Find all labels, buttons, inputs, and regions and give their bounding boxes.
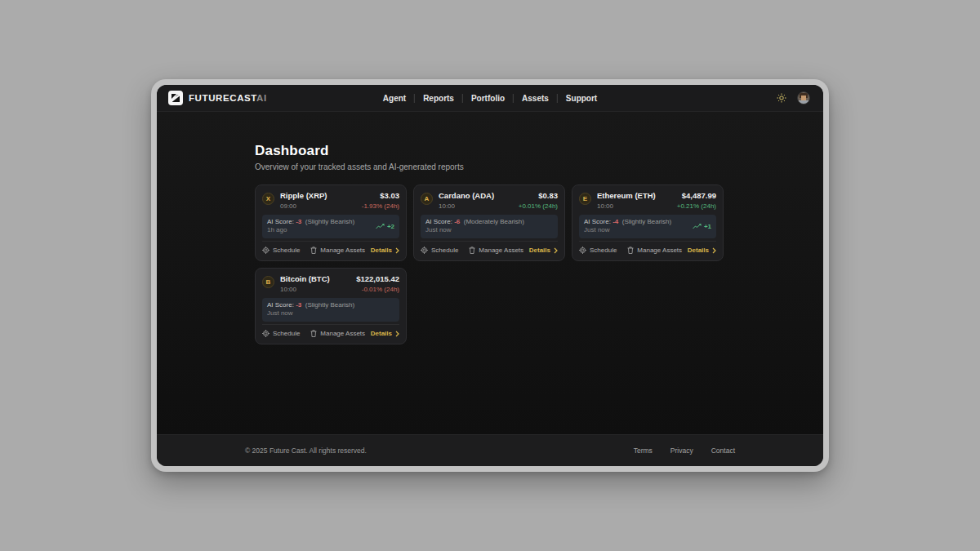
user-avatar[interactable] [797, 91, 810, 104]
ai-score-label: AI Score: [425, 218, 452, 225]
coin-time: 09:00 [280, 202, 327, 210]
asset-card-ethereum: E Ethereum (ETH) 10:00 $4,487.99 +0.21% … [572, 184, 724, 261]
app-frame: FUTURECASTAI Agent Reports Portfolio Ass… [157, 85, 823, 466]
gear-icon [579, 247, 586, 254]
asset-cards-grid: X Ripple (XRP) 09:00 $3.03 -1.93% (24h) … [255, 184, 823, 344]
gear-icon [421, 247, 428, 254]
card-header: X Ripple (XRP) 09:00 $3.03 -1.93% (24h) [262, 192, 399, 210]
copyright-text: © 2025 Future Cast. All rights reserved. [245, 447, 367, 455]
ai-sentiment: (Slightly Bearish) [622, 218, 671, 225]
brand-logo[interactable]: FUTURECASTAI [168, 91, 267, 105]
ai-score-banner: AI Score: -3 (Slightly Bearish) 1h ago +… [262, 215, 399, 238]
coin-badge: X [262, 193, 274, 205]
footer-link-privacy[interactable]: Privacy [670, 447, 693, 455]
futurecast-logo-icon [168, 91, 183, 105]
nav-right-controls [776, 91, 810, 104]
coin-time: 10:00 [439, 202, 494, 210]
coin-time: 10:00 [280, 286, 330, 293]
footer-links: Terms Privacy Contact [634, 447, 735, 455]
ai-score-label: AI Score: [267, 301, 294, 309]
coin-change: -0.01% (24h) [356, 286, 399, 293]
chevron-right-icon [395, 247, 399, 254]
schedule-button[interactable]: Schedule [262, 330, 300, 337]
ai-score-label: AI Score: [584, 218, 611, 225]
details-button[interactable]: Details [371, 247, 399, 254]
ai-score-value: -3 [296, 301, 301, 309]
ai-score-banner: AI Score: -4 (Slightly Bearish) Just now… [579, 215, 716, 238]
nav-item-support[interactable]: Support [558, 94, 605, 103]
card-header: E Ethereum (ETH) 10:00 $4,487.99 +0.21% … [579, 192, 716, 210]
page-subtitle: Overview of your tracked assets and AI-g… [255, 162, 823, 171]
nav-item-reports[interactable]: Reports [415, 94, 462, 103]
details-button[interactable]: Details [529, 247, 558, 254]
coin-change: +0.01% (24h) [519, 202, 558, 210]
ai-sentiment: (Slightly Bearish) [305, 218, 354, 225]
trash-icon [310, 247, 317, 254]
top-nav: FUTURECASTAI Agent Reports Portfolio Ass… [157, 85, 823, 112]
manage-assets-button[interactable]: Manage Assets [469, 247, 523, 254]
trend-badge: +1 [693, 223, 711, 230]
schedule-button[interactable]: Schedule [421, 247, 458, 254]
trash-icon [627, 247, 634, 254]
manage-assets-button[interactable]: Manage Assets [627, 247, 682, 254]
ai-score-value: -4 [612, 218, 618, 225]
manage-assets-button[interactable]: Manage Assets [310, 330, 365, 337]
brand-name: FUTURECASTAI [189, 93, 267, 103]
coin-price: $0.83 [519, 192, 558, 201]
main-nav: Agent Reports Portfolio Assets Support [375, 85, 605, 111]
details-button[interactable]: Details [688, 247, 716, 254]
card-actions: Schedule Manage Assets Details [262, 241, 399, 254]
ai-updated-ago: Just now [584, 226, 671, 234]
footer-link-contact[interactable]: Contact [711, 447, 735, 455]
nav-item-agent[interactable]: Agent [375, 94, 414, 103]
coin-change: +0.21% (24h) [677, 202, 716, 210]
manage-assets-button[interactable]: Manage Assets [310, 247, 365, 254]
coin-change: -1.93% (24h) [362, 202, 399, 210]
coin-name: Cardano (ADA) [439, 192, 494, 201]
coin-price: $3.03 [362, 192, 399, 201]
ai-score-banner: AI Score: -3 (Slightly Bearish) Just now [262, 298, 399, 322]
ai-updated-ago: Just now [267, 309, 354, 318]
ai-updated-ago: Just now [425, 226, 524, 234]
schedule-button[interactable]: Schedule [579, 247, 617, 254]
schedule-button[interactable]: Schedule [262, 247, 300, 254]
details-button[interactable]: Details [371, 330, 399, 337]
ai-sentiment: (Slightly Bearish) [305, 301, 354, 309]
trending-up-icon [376, 224, 385, 229]
ai-score-label: AI Score: [267, 218, 294, 225]
trash-icon [469, 247, 475, 254]
ai-sentiment: (Moderately Bearish) [464, 218, 524, 225]
asset-card-ripple: X Ripple (XRP) 09:00 $3.03 -1.93% (24h) … [255, 184, 407, 261]
asset-card-cardano: A Cardano (ADA) 10:00 $0.83 +0.01% (24h)… [413, 184, 565, 261]
nav-item-portfolio[interactable]: Portfolio [463, 94, 513, 103]
nav-item-assets[interactable]: Assets [514, 94, 557, 103]
coin-time: 10:00 [597, 202, 656, 210]
main-content: Dashboard Overview of your tracked asset… [157, 112, 823, 434]
chevron-right-icon [554, 247, 558, 254]
coin-price: $122,015.42 [356, 275, 399, 284]
footer-link-terms[interactable]: Terms [634, 447, 653, 455]
trend-value: +1 [704, 223, 711, 230]
trend-value: +2 [387, 223, 394, 230]
chevron-right-icon [395, 331, 399, 337]
theme-toggle-sun-icon[interactable] [776, 92, 787, 104]
page-title: Dashboard [255, 143, 823, 159]
gear-icon [262, 330, 270, 337]
coin-badge: E [579, 193, 591, 205]
coin-name: Ripple (XRP) [280, 192, 327, 201]
chevron-right-icon [712, 247, 716, 254]
trash-icon [310, 330, 317, 337]
app-window: FUTURECASTAI Agent Reports Portfolio Ass… [151, 79, 829, 472]
coin-badge: A [421, 193, 433, 205]
ai-score-banner: AI Score: -6 (Moderately Bearish) Just n… [421, 215, 558, 238]
card-header: B Bitcoin (BTC) 10:00 $122,015.42 -0.01%… [262, 275, 399, 293]
trend-badge: +2 [376, 223, 394, 230]
asset-card-bitcoin: B Bitcoin (BTC) 10:00 $122,015.42 -0.01%… [255, 268, 407, 344]
ai-updated-ago: 1h ago [267, 226, 354, 234]
ai-score-value: -3 [296, 218, 301, 225]
card-actions: Schedule Manage Assets Details [262, 324, 399, 337]
gear-icon [262, 247, 270, 254]
coin-name: Bitcoin (BTC) [280, 275, 330, 284]
card-actions: Schedule Manage Assets Details [421, 241, 558, 254]
card-header: A Cardano (ADA) 10:00 $0.83 +0.01% (24h) [421, 192, 558, 210]
